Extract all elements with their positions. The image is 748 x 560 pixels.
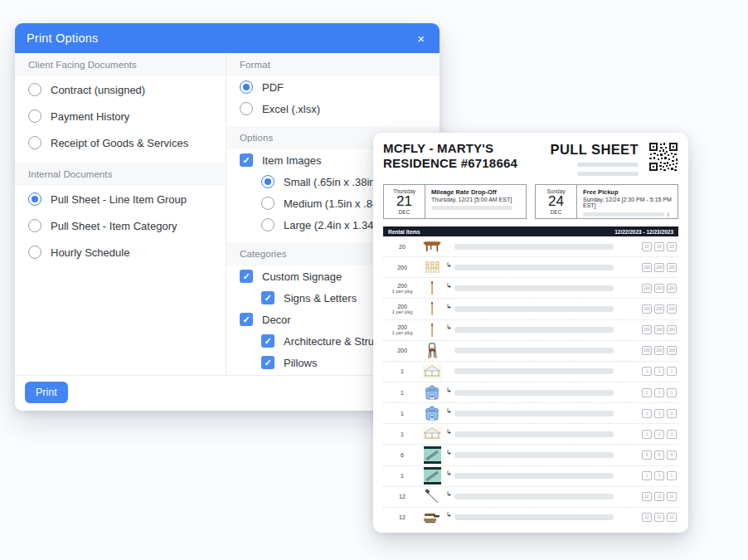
item-quantity: 20 [383, 244, 421, 250]
quantity-value: 1 [383, 390, 421, 396]
item-quantity: 200 [383, 265, 421, 270]
sub-item-arrow-icon: ↳ [443, 303, 454, 310]
print-button[interactable]: Print [25, 382, 68, 403]
count-checkbox: 1 [654, 409, 664, 418]
candle-icon [421, 300, 443, 317]
count-checkboxes: 200200200 [642, 325, 678, 334]
radio-option[interactable]: Contract (unsigned) [15, 76, 226, 103]
rental-item-row: 1111 [383, 361, 678, 382]
count-checkboxes: 111 [642, 388, 678, 397]
quantity-value: 200 [383, 348, 421, 353]
radio-option[interactable]: Receipt of Goods & Services [15, 129, 226, 156]
radio-unchecked-icon [261, 218, 274, 231]
radio-option[interactable]: Pull Sheet - Item Category [15, 212, 226, 239]
item-quantity: 1 [383, 390, 421, 396]
dialog-title: Print Options [27, 32, 414, 45]
option-label: Pull Sheet - Line Item Group [51, 193, 187, 206]
pull-sheet-header: MCFLY - MARTY'S RESIDENCE #6718664 PULL … [383, 141, 678, 176]
option-label: Item Images [262, 154, 322, 167]
option-label: Contract (unsigned) [51, 84, 145, 96]
item-name-placeholder-bar [454, 368, 614, 374]
farm-table-icon [421, 238, 443, 255]
checkbox-checked-icon: ✓ [240, 270, 253, 283]
count-checkbox: 200 [667, 325, 677, 334]
count-checkbox: 6 [667, 450, 677, 460]
quantity-per-package: 1 per pkg [383, 309, 421, 314]
count-checkbox: 200 [654, 284, 664, 293]
sub-item-arrow-icon: ↳ [443, 282, 454, 290]
event-day: 24 [548, 194, 564, 209]
count-checkbox: 200 [642, 263, 652, 272]
rental-item-row: 1↳111 [383, 402, 678, 423]
sheet-title-block: PULL SHEET [551, 142, 642, 176]
close-icon[interactable]: × [414, 31, 428, 46]
option-label: Large (2.4in x 1.34in) [284, 219, 386, 231]
event-name: Mileage Rate Drop-Off [431, 188, 520, 196]
count-checkbox: 1 [642, 388, 652, 397]
event-box-pickup: Sunday 24 DEC Free Pickup Sunday, 12/24 … [535, 184, 678, 219]
event-info: Free Pickup Sunday, 12/24 [2:30 PM - 5:1… [577, 185, 678, 218]
count-checkbox: 6 [654, 450, 664, 460]
item-quantity: 1 [383, 411, 421, 416]
count-checkbox: 200 [654, 263, 664, 272]
radio-option[interactable]: Payment History [15, 103, 226, 129]
checkbox-checked-icon: ✓ [240, 313, 253, 326]
sub-item-arrow-icon: ↳ [443, 490, 454, 498]
event-info: Mileage Rate Drop-Off Thursday, 12/21 [5… [425, 185, 526, 218]
event-name: Free Pickup [583, 188, 672, 196]
checkbox-checked-icon: ✓ [261, 334, 274, 348]
radio-unchecked-icon [28, 219, 41, 232]
quantity-value: 1 [383, 411, 421, 416]
radio-checked-icon [261, 175, 274, 188]
placeholder-bar [577, 163, 639, 167]
count-checkboxes: 121212 [642, 513, 678, 522]
radio-option[interactable]: PDF [226, 76, 440, 98]
count-checkbox: 1 [642, 471, 652, 480]
bounce-house-icon [421, 384, 443, 401]
radio-unchecked-icon [28, 110, 41, 123]
section-header: Client Facing Documents [15, 53, 226, 76]
item-quantity: 1 [383, 368, 421, 374]
rental-item-row: 2001 per pkg↳200200200 [383, 319, 678, 340]
placeholder-bar [577, 172, 639, 176]
event-month: DEC [399, 209, 410, 215]
order-title: MCFLY - MARTY'S RESIDENCE #6718664 [383, 141, 544, 171]
ramp-card-icon [421, 468, 443, 485]
count-checkbox: 1 [667, 471, 677, 480]
count-checkbox: 12 [667, 492, 677, 501]
tent-icon [421, 426, 443, 442]
info-icon: i [668, 212, 672, 217]
chiavari-chairs-icon [421, 259, 443, 275]
tent-icon [421, 363, 443, 380]
radio-option[interactable]: Excel (.xlsx) [226, 98, 440, 119]
radio-checked-icon [240, 80, 253, 94]
option-label: Decor [262, 314, 291, 326]
option-label: Custom Signage [262, 270, 342, 283]
radio-option[interactable]: Pull Sheet - Line Item Group [15, 186, 226, 212]
item-quantity: 6 [383, 452, 421, 458]
dining-chair-icon [421, 343, 443, 359]
count-checkbox: 20 [642, 242, 652, 251]
item-name-placeholder-bar [454, 390, 614, 396]
rental-item-row: 12↳121212 [383, 486, 678, 507]
quantity-value: 12 [383, 494, 421, 499]
sub-item-arrow-icon: ↳ [443, 428, 454, 436]
count-checkboxes: 202020 [642, 242, 678, 251]
option-label: PDF [262, 81, 284, 94]
tiki-torch-icon [421, 489, 443, 505]
option-label: Pull Sheet - Item Category [51, 220, 177, 232]
documents-column: Client Facing DocumentsContract (unsigne… [15, 53, 226, 375]
placeholder-bar [583, 212, 664, 217]
count-checkbox: 1 [654, 367, 664, 376]
wood-planks-icon [421, 509, 443, 526]
count-checkbox: 1 [654, 388, 664, 397]
option-label: Hourly Schedule [51, 246, 129, 259]
radio-option[interactable]: Hourly Schedule [15, 239, 226, 265]
count-checkboxes: 200200200 [642, 263, 678, 272]
rental-item-row: 20202020 [383, 236, 678, 256]
quantity-value: 6 [383, 452, 421, 458]
checkbox-checked-icon: ✓ [261, 356, 274, 369]
count-checkbox: 12 [642, 513, 652, 522]
count-checkbox: 200 [667, 304, 677, 314]
count-checkbox: 1 [654, 471, 664, 480]
